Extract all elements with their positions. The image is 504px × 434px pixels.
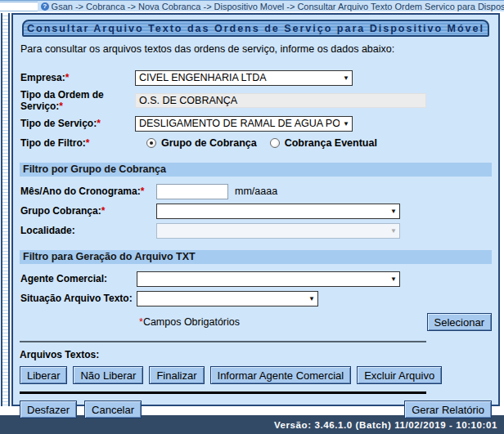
- breadcrumb-bar: ? Gsan -> Cobranca -> Nova Cobranca -> D…: [0, 0, 504, 11]
- tipo-ordem-readonly-field: O.S. DE COBRANÇA: [135, 93, 426, 108]
- chevron-down-icon: ▼: [390, 275, 397, 283]
- tipo-ordem-row: Tipo da Ordem de Serviço:* O.S. DE COBRA…: [20, 89, 491, 112]
- informar-agente-comercial-button[interactable]: Informar Agente Comercial: [210, 366, 352, 384]
- intro-text: Para consultar os arquivos textos das or…: [20, 43, 491, 55]
- empresa-select[interactable]: CIVEL ENGENHARIA LTDA ▼: [135, 70, 353, 86]
- required-marker: *: [97, 118, 101, 129]
- mes-ano-label: Mês/Ano do Cronograma:*: [20, 186, 156, 197]
- empresa-selected-value: CIVEL ENGENHARIA LTDA: [139, 72, 267, 83]
- selecionar-button[interactable]: Selecionar: [427, 313, 492, 331]
- tipo-servico-selected-value: DESLIGAMENTO DE RAMAL DE AGUA POR: [139, 118, 340, 129]
- radio-grupo-de-cobranca-label: Grupo de Cobrança: [161, 137, 257, 149]
- agente-comercial-label: Agente Comercial:: [20, 273, 137, 284]
- divider-thick: [20, 391, 426, 394]
- chevron-down-icon: ▼: [390, 208, 397, 215]
- excluir-arquivo-button[interactable]: Excluir Arquivo: [357, 366, 442, 384]
- arquivos-textos-label: Arquivos Textos:: [20, 349, 493, 360]
- grupo-cobranca-select[interactable]: ▼: [156, 204, 400, 219]
- cancelar-button[interactable]: Cancelar: [84, 400, 142, 418]
- localidade-label: Localidade:: [20, 225, 156, 236]
- grupo-cobranca-row: Grupo Cobrança:* ▼: [20, 203, 491, 219]
- situacao-arquivo-row: Situação Arquivo Texto: ▼: [20, 290, 491, 306]
- chevron-down-icon: ▼: [308, 295, 315, 302]
- radio-grupo-de-cobranca[interactable]: [146, 138, 156, 148]
- required-marker: *: [59, 101, 63, 112]
- desfazer-button[interactable]: Desfazer: [20, 400, 77, 418]
- divider-thin: [20, 341, 426, 342]
- required-marker: *: [65, 72, 70, 83]
- agente-comercial-select[interactable]: ▼: [137, 271, 400, 287]
- situacao-arquivo-select[interactable]: ▼: [137, 291, 318, 306]
- situacao-arquivo-label: Situação Arquivo Texto:: [20, 293, 137, 304]
- selecionar-row: *Campos Obrigatórios Selecionar: [20, 313, 492, 331]
- mes-ano-hint: mm/aaaa: [235, 186, 277, 197]
- localidade-select: ▼: [156, 223, 400, 239]
- empresa-label: Empresa:*: [20, 72, 135, 83]
- radio-cobranca-eventual-label: Cobrança Eventual: [285, 137, 377, 149]
- liberar-button[interactable]: Liberar: [20, 366, 67, 384]
- required-marker: *: [101, 205, 106, 217]
- main-panel: Consultar Arquivo Texto das Ordens de Se…: [11, 13, 500, 406]
- chevron-down-icon: ▼: [390, 227, 397, 235]
- help-icon[interactable]: ?: [41, 2, 49, 11]
- grupo-cobranca-label: Grupo Cobrança:*: [20, 205, 156, 217]
- chevron-down-icon: ▼: [343, 120, 349, 128]
- bottom-button-row: Desfazer Cancelar Gerar Relatório: [20, 400, 492, 418]
- radio-cobranca-eventual[interactable]: [270, 138, 280, 148]
- nao-liberar-button[interactable]: Não Liberar: [73, 366, 143, 384]
- required-fields-note: *Campos Obrigatórios: [139, 316, 240, 328]
- localidade-row: Localidade: ▼: [20, 222, 491, 239]
- version-text: Versão: 3.46.1.0 (Batch) 11/02/2019 - 10…: [274, 420, 497, 430]
- empresa-row: Empresa:* CIVEL ENGENHARIA LTDA ▼: [20, 69, 491, 86]
- mes-ano-input[interactable]: [156, 184, 228, 199]
- tipo-filtro-row: Tipo de Filtro:* Grupo de Cobrança Cobra…: [20, 135, 491, 151]
- required-marker: *: [141, 186, 145, 197]
- arquivos-button-row: Liberar Não Liberar Finalizar Informar A…: [20, 366, 493, 384]
- chevron-down-icon: ▼: [343, 74, 349, 82]
- tipo-ordem-label: Tipo da Ordem de Serviço:*: [20, 89, 135, 112]
- agente-comercial-row: Agente Comercial: ▼: [20, 271, 491, 287]
- breadcrumb[interactable]: Gsan -> Cobranca -> Nova Cobranca -> Dis…: [52, 2, 504, 11]
- section-header-grupo-cobranca: Filtro por Grupo de Cobrança: [20, 163, 492, 177]
- section-header-geracao-txt: Filtro para Geração do Arquivo TXT: [20, 250, 492, 264]
- gerar-relatorio-button[interactable]: Gerar Relatório: [404, 400, 492, 418]
- tipo-filtro-label: Tipo de Filtro:*: [20, 137, 135, 149]
- tipo-servico-select[interactable]: DESLIGAMENTO DE RAMAL DE AGUA POR ▼: [135, 116, 353, 132]
- finalizar-button[interactable]: Finalizar: [149, 366, 204, 384]
- page-title: Consultar Arquivo Texto das Ordens de Se…: [22, 20, 489, 37]
- mes-ano-row: Mês/Ano do Cronograma:* mm/aaaa: [20, 183, 491, 199]
- tipo-servico-row: Tipo de Serviço:* DESLIGAMENTO DE RAMAL …: [20, 115, 491, 132]
- tipo-servico-label: Tipo de Serviço:*: [20, 118, 135, 129]
- topbar-left-cap: [0, 2, 38, 11]
- tipo-filtro-radio-group: Grupo de Cobrança Cobrança Eventual: [146, 137, 390, 149]
- required-marker: *: [86, 137, 90, 149]
- frame-grip[interactable]: [1, 13, 10, 406]
